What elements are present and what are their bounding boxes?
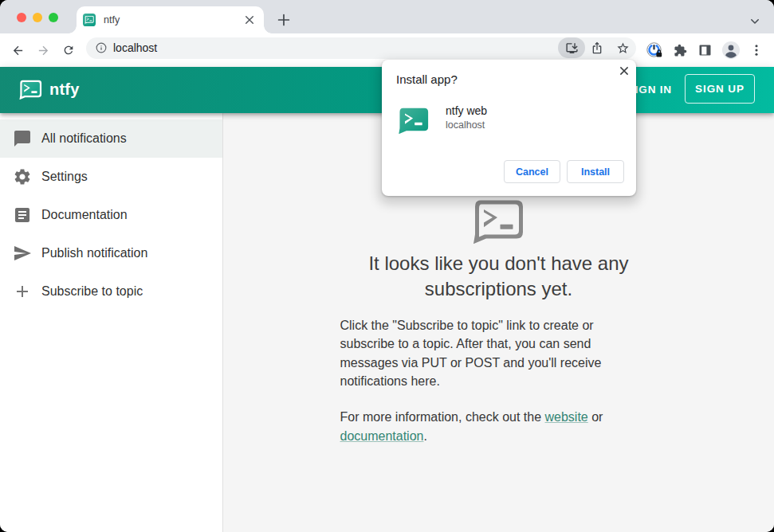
empty-state-heading: It looks like you don't have any subscri… — [368, 251, 628, 302]
window-zoom-button[interactable] — [49, 13, 58, 22]
onepassword-extension-icon[interactable] — [642, 33, 667, 67]
ntfy-logo — [19, 80, 42, 100]
navigation-sidebar: All notifications Settings Documentation… — [0, 113, 223, 532]
sidebar-item-label: Documentation — [41, 208, 128, 222]
sign-up-button[interactable]: SIGN UP — [685, 74, 755, 104]
extensions-puzzle-icon[interactable] — [667, 33, 693, 67]
ntfy-favicon — [83, 14, 96, 26]
plus-icon — [13, 282, 32, 301]
install-button[interactable]: Install — [567, 160, 624, 183]
tab-title: ntfy — [104, 6, 120, 33]
links-text: or — [588, 410, 603, 424]
site-info-icon[interactable] — [96, 42, 107, 53]
side-panel-icon[interactable] — [692, 33, 717, 67]
forward-button[interactable] — [30, 33, 56, 67]
address-url[interactable]: localhost — [113, 37, 157, 59]
sidebar-item-label: All notifications — [41, 131, 127, 146]
links-text: . — [423, 429, 426, 443]
back-button[interactable] — [5, 33, 30, 67]
install-app-popup: Install app? ntfy web localhost Cancel I… — [382, 60, 636, 196]
article-icon — [13, 205, 32, 225]
window-minimize-button[interactable] — [33, 13, 42, 22]
address-bar[interactable]: localhost — [86, 37, 636, 59]
cancel-button[interactable]: Cancel — [504, 160, 560, 183]
brand-name: ntfy — [49, 67, 79, 113]
popup-origin: localhost — [446, 119, 485, 131]
sidebar-item-subscribe-to-topic[interactable]: Subscribe to topic — [0, 272, 222, 311]
window-close-button[interactable] — [17, 13, 26, 22]
new-tab-button[interactable] — [277, 14, 290, 26]
empty-state-paragraph: Click the "Subscribe to topic" link to c… — [340, 316, 602, 391]
share-icon[interactable] — [587, 37, 608, 59]
gear-icon — [13, 167, 32, 186]
chat-bubble-icon — [13, 129, 32, 148]
install-app-button[interactable] — [558, 37, 585, 58]
sidebar-item-all-notifications[interactable]: All notifications — [0, 119, 222, 158]
tab-search-chevron-icon[interactable] — [750, 15, 760, 25]
documentation-link[interactable]: documentation — [340, 429, 424, 443]
sidebar-item-documentation[interactable]: Documentation — [0, 196, 222, 234]
reload-button[interactable] — [56, 33, 81, 67]
chrome-menu-icon[interactable] — [744, 33, 769, 67]
empty-state: It looks like you don't have any subscri… — [340, 200, 658, 445]
profile-avatar[interactable] — [718, 33, 744, 67]
popup-close-icon[interactable] — [618, 65, 631, 77]
send-icon — [13, 244, 32, 263]
empty-state-links-paragraph: For more information, check out the webs… — [340, 408, 603, 445]
sidebar-item-label: Subscribe to topic — [41, 284, 143, 299]
sidebar-item-label: Settings — [41, 170, 88, 184]
browser-tab[interactable]: ntfy — [77, 6, 264, 33]
bookmark-star-icon[interactable] — [612, 37, 634, 59]
popup-app-name: ntfy web — [446, 104, 487, 117]
links-text: For more information, check out the — [340, 410, 545, 424]
popup-title: Install app? — [396, 73, 458, 86]
tab-strip: ntfy — [0, 0, 774, 33]
browser-window: ntfy localhost ntfy SIGN IN SIGN UP — [0, 0, 774, 532]
website-link[interactable]: website — [545, 410, 588, 424]
sidebar-item-label: Publish notification — [41, 246, 147, 260]
sidebar-item-settings[interactable]: Settings — [0, 158, 222, 196]
ntfy-outline-logo — [473, 200, 525, 244]
ntfy-app-icon — [399, 108, 429, 137]
sidebar-item-publish-notification[interactable]: Publish notification — [0, 234, 222, 272]
tab-close-icon[interactable] — [243, 14, 256, 26]
